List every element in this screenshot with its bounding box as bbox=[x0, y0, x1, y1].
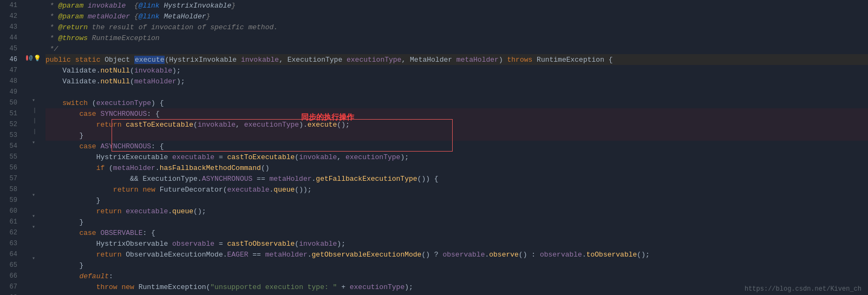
gutter-60 bbox=[26, 200, 41, 211]
gutter-43 bbox=[26, 21, 41, 31]
gutter-59[interactable]: ▾ bbox=[26, 189, 41, 200]
gutter-66 bbox=[26, 264, 41, 274]
code-area: * @param invokable {@link HystrixInvokab… bbox=[41, 0, 868, 295]
fold-62[interactable]: ▾ bbox=[32, 224, 35, 230]
gutter-50[interactable]: ▾ bbox=[26, 95, 41, 105]
line-numbers: 41 42 43 44 45 46 47 48 49 50 51 52 53 5… bbox=[0, 0, 26, 295]
fold-59[interactable]: ▾ bbox=[32, 192, 35, 198]
gutter-64 bbox=[26, 242, 41, 253]
gutter-61[interactable]: ▾ bbox=[26, 211, 41, 221]
gutter-58 bbox=[26, 179, 41, 189]
code-line-49 bbox=[45, 87, 868, 97]
fold-65[interactable]: ▾ bbox=[32, 255, 35, 261]
gutter-52[interactable]: | bbox=[26, 116, 41, 126]
gutter-42 bbox=[26, 10, 41, 21]
code-line-64: return ObservableExecutionMode.EAGER == … bbox=[45, 249, 868, 260]
code-line-56: if (metaHolder.hasFallbackMethodCommand(… bbox=[45, 162, 868, 173]
gutter-57 bbox=[26, 169, 41, 179]
code-line-58: return new FutureDecorator(executable.qu… bbox=[45, 184, 868, 195]
gutter-49 bbox=[26, 84, 41, 95]
fold-52[interactable]: | bbox=[33, 118, 36, 124]
code-line-47: Validate.notNull(invokable); bbox=[45, 65, 868, 76]
code-line-60: return executable.queue(); bbox=[45, 206, 868, 217]
gutter-45 bbox=[26, 42, 41, 53]
gutter-63 bbox=[26, 232, 41, 242]
gutter-68 bbox=[26, 285, 41, 295]
gutter-56 bbox=[26, 158, 41, 168]
gutter-54[interactable]: ▾ bbox=[26, 137, 41, 147]
code-line-53: } bbox=[45, 130, 868, 141]
code-line-42: * @param metaHolder {@link MetaHolder} bbox=[45, 11, 868, 22]
gutter-53[interactable]: | bbox=[26, 127, 41, 137]
code-line-55: HystrixExecutable executable = castToExe… bbox=[45, 152, 868, 162]
breakpoint-icon[interactable] bbox=[26, 55, 28, 61]
lightbulb-icon[interactable]: 💡 bbox=[34, 55, 41, 62]
gutter-62[interactable]: ▾ bbox=[26, 221, 41, 232]
code-line-48: Validate.notNull(metaHolder); bbox=[45, 76, 868, 87]
gutter-51[interactable]: | bbox=[26, 106, 41, 116]
code-line-45: */ bbox=[45, 43, 868, 54]
gutter-67 bbox=[26, 274, 41, 284]
fold-53[interactable]: | bbox=[33, 129, 36, 135]
watermark-url: https://blog.csdn.net/Kiven_ch bbox=[745, 285, 862, 293]
code-line-61: } bbox=[45, 217, 868, 227]
gutter-icons: @ 💡 ▾ | | | ▾ ▾ ▾ ▾ ▾ bbox=[26, 0, 41, 295]
fold-51[interactable]: | bbox=[33, 108, 36, 114]
code-line-54: case ASYNCHRONOUS: { bbox=[45, 141, 868, 152]
code-line-57: && ExecutionType.ASYNCHRONOUS == metaHol… bbox=[45, 173, 868, 184]
code-line-62: case OBSERVABLE: { bbox=[45, 227, 868, 238]
gutter-55 bbox=[26, 148, 41, 158]
gutter-46[interactable]: @ 💡 bbox=[26, 53, 41, 63]
fold-50[interactable]: ▾ bbox=[32, 97, 35, 103]
code-line-50: switch (executionType) { bbox=[45, 97, 868, 108]
code-line-52: return castToExecutable(invokable, execu… bbox=[45, 119, 868, 130]
code-line-46: public static Object execute(HystrixInvo… bbox=[45, 54, 868, 65]
gutter-47 bbox=[26, 63, 41, 74]
fold-61[interactable]: ▾ bbox=[32, 213, 35, 219]
code-line-51: case SYNCHRONOUS: { bbox=[45, 108, 868, 119]
gutter-48 bbox=[26, 74, 41, 84]
gutter-65[interactable]: ▾ bbox=[26, 253, 41, 263]
fold-54[interactable]: ▾ bbox=[32, 139, 35, 146]
code-line-66: default: bbox=[45, 271, 868, 281]
at-icon: @ bbox=[29, 55, 32, 61]
code-editor: 41 42 43 44 45 46 47 48 49 50 51 52 53 5… bbox=[0, 0, 868, 295]
code-line-43: * @return the result of invocation of sp… bbox=[45, 22, 868, 32]
gutter-44 bbox=[26, 31, 41, 42]
gutter-41 bbox=[26, 0, 41, 10]
code-line-59: } bbox=[45, 195, 868, 206]
code-line-41: * @param invokable {@link HystrixInvokab… bbox=[45, 0, 868, 11]
code-line-63: HystrixObservable observable = castToObs… bbox=[45, 238, 868, 249]
code-line-65: } bbox=[45, 260, 868, 271]
code-line-44: * @throws RuntimeException bbox=[45, 32, 868, 43]
